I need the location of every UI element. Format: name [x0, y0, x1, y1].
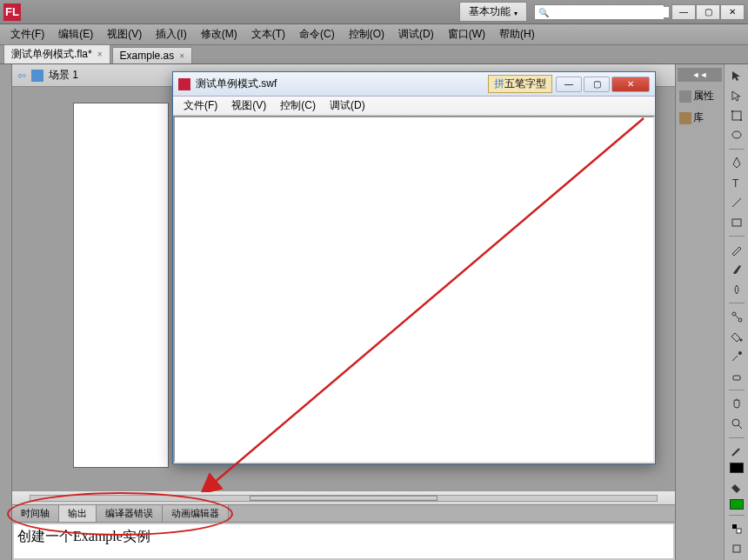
svg-rect-17	[733, 545, 740, 552]
search-box[interactable]	[534, 4, 665, 20]
tab-compiler-errors[interactable]: 编译器错误	[97, 505, 163, 522]
menu-file[interactable]: 文件(F)	[3, 25, 51, 43]
close-button[interactable]: ✕	[720, 4, 745, 20]
swf-close-button[interactable]: ✕	[611, 77, 650, 92]
close-icon[interactable]: ×	[97, 50, 103, 59]
fill-color-swatch[interactable]	[730, 499, 744, 509]
menubar: 文件(F) 编辑(E) 视图(V) 插入(I) 修改(M) 文本(T) 命令(C…	[0, 24, 748, 45]
eraser-tool-icon[interactable]	[728, 368, 745, 384]
svg-line-5	[732, 198, 741, 207]
svg-point-13	[732, 419, 739, 426]
swf-menubar: 文件(F) 视图(V) 控制(C) 调试(D)	[173, 97, 655, 116]
text-tool-icon[interactable]: T	[728, 175, 745, 191]
titlebar: FL 基本功能 — ▢ ✕	[0, 0, 748, 24]
doc-tab-fla[interactable]: 测试单例模式.fla* ×	[3, 44, 110, 63]
subselection-tool-icon[interactable]	[728, 88, 745, 104]
panel-label: 属性	[693, 89, 714, 103]
menu-debug[interactable]: 调试(D)	[391, 25, 441, 43]
options-icon[interactable]	[728, 540, 745, 557]
swf-menu-debug[interactable]: 调试(D)	[323, 97, 372, 115]
line-tool-icon[interactable]	[728, 194, 745, 210]
swf-maximize-button[interactable]: ▢	[584, 77, 610, 92]
scrollbar-thumb[interactable]	[250, 496, 437, 501]
stroke-color-swatch[interactable]	[730, 463, 744, 472]
close-icon[interactable]: ×	[179, 51, 184, 61]
app-logo: FL	[3, 3, 21, 21]
output-text: 创建一个Example实例	[14, 524, 673, 558]
panel-label: 库	[693, 110, 704, 125]
swf-menu-file[interactable]: 文件(F)	[177, 97, 224, 115]
search-input[interactable]	[549, 7, 669, 17]
properties-icon	[679, 90, 691, 103]
ime-indicator[interactable]: 拼五笔字型	[488, 75, 552, 93]
pen-tool-icon[interactable]	[728, 155, 745, 171]
svg-rect-2	[740, 119, 742, 121]
scene-icon	[31, 70, 43, 82]
svg-point-9	[738, 318, 742, 322]
free-transform-icon[interactable]	[728, 108, 745, 124]
panel-properties[interactable]: 属性	[678, 85, 722, 107]
workspace-label: 基本功能	[469, 4, 511, 19]
swf-title-text: 测试单例模式.swf	[196, 77, 488, 91]
svg-point-11	[738, 351, 742, 355]
right-dock: ◄◄ 属性 库	[675, 64, 724, 560]
bottom-panel: 时间轴 输出 编译器错误 动画编辑器 创建一个Example实例	[12, 504, 675, 560]
tab-timeline[interactable]: 时间轴	[12, 505, 59, 522]
panel-library[interactable]: 库	[678, 107, 722, 129]
bone-tool-icon[interactable]	[728, 309, 745, 325]
menu-text[interactable]: 文本(T)	[244, 25, 292, 43]
svg-text:T: T	[732, 177, 739, 189]
minimize-button[interactable]: —	[671, 4, 696, 20]
collapse-dock-icon[interactable]: ◄◄	[678, 68, 722, 82]
menu-edit[interactable]: 编辑(E)	[51, 25, 100, 43]
paint-bucket-icon[interactable]	[728, 329, 745, 345]
swap-colors-icon[interactable]	[728, 521, 745, 537]
back-arrow-icon[interactable]: ⇦	[17, 70, 26, 82]
brush-tool-icon[interactable]	[728, 262, 745, 278]
tools-panel: T	[724, 64, 748, 560]
library-icon	[679, 112, 691, 124]
maximize-button[interactable]: ▢	[696, 4, 720, 20]
menu-control[interactable]: 控制(O)	[342, 25, 391, 43]
svg-rect-12	[733, 376, 740, 380]
chevron-down-icon	[514, 6, 518, 18]
swf-menu-view[interactable]: 视图(V)	[224, 97, 273, 115]
fill-color-icon[interactable]	[728, 480, 745, 497]
menu-insert[interactable]: 插入(I)	[149, 25, 193, 43]
doc-tab-as[interactable]: Example.as ×	[112, 47, 193, 63]
zoom-tool-icon[interactable]	[728, 416, 745, 432]
menu-modify[interactable]: 修改(M)	[194, 25, 244, 43]
rectangle-tool-icon[interactable]	[728, 214, 745, 230]
svg-point-10	[739, 339, 742, 342]
menu-view[interactable]: 视图(V)	[100, 25, 149, 43]
tab-motion-editor[interactable]: 动画编辑器	[163, 505, 229, 522]
swf-preview-window[interactable]: 测试单例模式.swf 拼五笔字型 — ▢ ✕ 文件(F) 视图(V) 控制(C)…	[172, 71, 656, 464]
menu-window[interactable]: 窗口(W)	[441, 25, 492, 43]
doc-tab-label: Example.as	[120, 50, 175, 62]
doc-tab-label: 测试单例模式.fla*	[11, 47, 92, 62]
swf-menu-control[interactable]: 控制(C)	[273, 97, 323, 115]
pencil-tool-icon[interactable]	[728, 242, 745, 258]
selection-tool-icon[interactable]	[728, 68, 745, 84]
swf-titlebar[interactable]: 测试单例模式.swf 拼五笔字型 — ▢ ✕	[173, 72, 655, 97]
svg-rect-6	[732, 219, 741, 226]
horizontal-scrollbar[interactable]	[12, 490, 675, 504]
deco-tool-icon[interactable]	[728, 281, 745, 297]
document-tabs: 测试单例模式.fla* × Example.as ×	[0, 45, 748, 64]
svg-rect-1	[731, 110, 733, 112]
svg-rect-15	[732, 524, 737, 529]
menu-commands[interactable]: 命令(C)	[292, 25, 342, 43]
lasso-tool-icon[interactable]	[728, 127, 745, 143]
stage	[73, 103, 169, 468]
swf-minimize-button[interactable]: —	[556, 77, 582, 92]
tab-output[interactable]: 输出	[59, 505, 97, 522]
svg-line-14	[738, 425, 742, 429]
hand-tool-icon[interactable]	[728, 396, 745, 412]
stroke-color-icon[interactable]	[728, 443, 745, 459]
scene-label: 场景 1	[49, 68, 78, 83]
eyedropper-icon[interactable]	[728, 349, 745, 365]
swf-stage	[173, 116, 655, 463]
menu-help[interactable]: 帮助(H)	[492, 25, 542, 43]
left-rail	[0, 64, 12, 560]
workspace-switcher[interactable]: 基本功能	[459, 2, 527, 22]
